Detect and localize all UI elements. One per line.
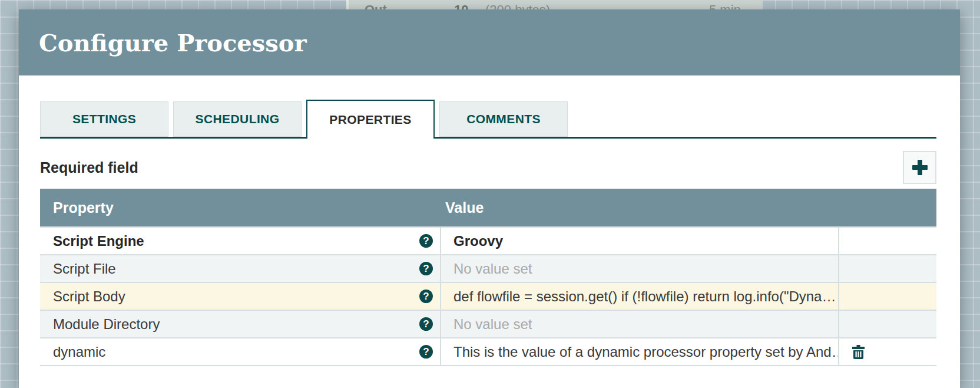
dialog-title: Configure Processor [39, 29, 307, 57]
property-name-cell: Module Directory ? [40, 311, 440, 337]
tab-scheduling[interactable]: SCHEDULING [173, 101, 302, 137]
processor-component-fragment: Out 10 (200 bytes) 5 min [346, 0, 763, 9]
help-icon[interactable]: ? [419, 290, 433, 303]
row-action-cell [838, 338, 936, 365]
processor-out-size: (200 bytes) [485, 2, 550, 9]
processor-out-label: Out [365, 2, 387, 9]
add-property-button[interactable] [903, 151, 936, 184]
table-row-script-engine: Script Engine ? Groovy [40, 226, 936, 254]
column-header-value: Value [440, 199, 484, 216]
property-name: dynamic [53, 344, 419, 360]
row-action-cell [838, 255, 936, 282]
property-name-cell: dynamic ? [40, 338, 440, 365]
dialog-body: SETTINGS SCHEDULING PROPERTIES COMMENTS … [19, 100, 960, 366]
help-icon[interactable]: ? [419, 345, 433, 359]
properties-table-header: Property Value [40, 189, 936, 226]
property-name: Script File [53, 261, 419, 277]
tab-properties-label: PROPERTIES [329, 113, 411, 127]
tab-bar: SETTINGS SCHEDULING PROPERTIES COMMENTS [40, 100, 936, 139]
properties-toolbar: Required field [40, 151, 936, 184]
column-header-property: Property [40, 199, 440, 216]
property-value-cell[interactable]: No value set [440, 311, 838, 337]
configure-processor-dialog: Configure Processor SETTINGS SCHEDULING … [19, 9, 960, 388]
row-action-cell [838, 228, 936, 254]
processor-out-count: 10 [454, 2, 468, 9]
delete-property-button[interactable] [852, 345, 865, 359]
plus-icon [912, 159, 928, 176]
row-action-cell [838, 311, 936, 337]
tab-settings-label: SETTINGS [72, 112, 136, 126]
processor-stats-row: Out 10 (200 bytes) 5 min [349, 0, 763, 2]
property-value-cell[interactable]: This is the value of a dynamic processor… [440, 338, 838, 365]
table-row-dynamic: dynamic ? This is the value of a dynamic… [40, 337, 936, 365]
property-name-cell: Script File ? [40, 255, 440, 282]
tab-settings[interactable]: SETTINGS [40, 101, 168, 137]
property-name-cell: Script Engine ? [40, 228, 440, 254]
tab-comments-label: COMMENTS [466, 112, 541, 126]
trash-icon [852, 345, 865, 359]
property-name-cell: Script Body ? [40, 283, 440, 310]
table-row-module-directory: Module Directory ? No value set [40, 310, 936, 337]
property-name: Script Body [53, 288, 419, 305]
tab-comments[interactable]: COMMENTS [439, 101, 568, 137]
property-value-cell[interactable]: def flowfile = session.get() if (!flowfi… [440, 283, 838, 310]
help-icon[interactable]: ? [419, 317, 433, 331]
dialog-header: Configure Processor [19, 9, 960, 75]
processor-stats-window: 5 min [709, 2, 741, 9]
properties-table: Property Value Script Engine ? Groovy Sc… [40, 189, 936, 366]
property-value-cell[interactable]: Groovy [440, 228, 838, 254]
help-icon[interactable]: ? [419, 262, 433, 275]
property-value-cell[interactable]: No value set [440, 255, 838, 282]
tab-properties[interactable]: PROPERTIES [306, 100, 435, 139]
property-name: Script Engine [53, 233, 419, 249]
row-action-cell [838, 283, 936, 310]
table-row-script-file: Script File ? No value set [40, 254, 936, 282]
help-icon[interactable]: ? [419, 234, 433, 248]
required-field-label: Required field [40, 159, 138, 176]
table-row-script-body: Script Body ? def flowfile = session.get… [40, 282, 936, 310]
tab-scheduling-label: SCHEDULING [196, 112, 280, 126]
property-name: Module Directory [53, 316, 419, 333]
